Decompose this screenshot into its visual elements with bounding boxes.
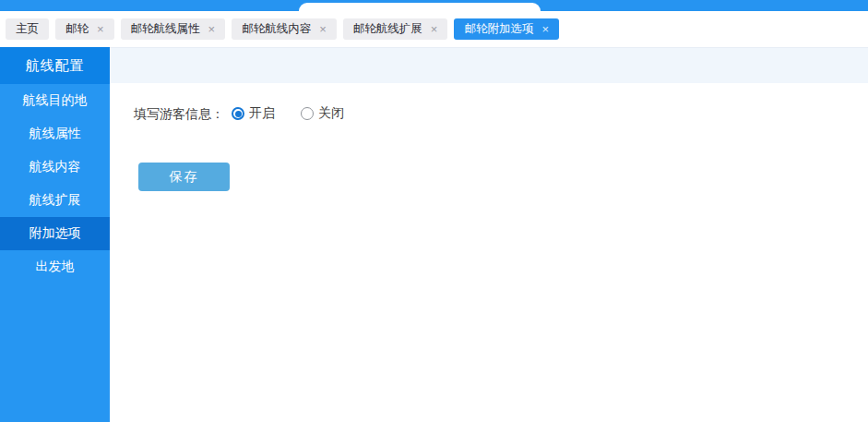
sidebar: 航线配置 航线目的地航线属性航线内容航线扩展附加选项出发地 bbox=[0, 47, 110, 422]
tab-label: 邮轮航线扩展 bbox=[353, 21, 422, 37]
tab-close-icon[interactable]: × bbox=[541, 23, 549, 35]
radio-unselected-icon[interactable] bbox=[301, 107, 314, 120]
tab-close-icon[interactable]: × bbox=[319, 23, 327, 35]
guest-info-form-row: 填写游客信息： 开启关闭 bbox=[134, 105, 868, 123]
sidebar-item-4[interactable]: 航线扩展 bbox=[0, 184, 110, 217]
page-layout: 航线配置 航线目的地航线属性航线内容航线扩展附加选项出发地 填写游客信息： 开启… bbox=[0, 47, 868, 422]
radio-option-2[interactable]: 关闭 bbox=[301, 105, 344, 122]
sidebar-items: 航线目的地航线属性航线内容航线扩展附加选项出发地 bbox=[0, 84, 110, 283]
tab-close-icon[interactable]: × bbox=[208, 23, 216, 35]
radio-option-1-selected[interactable]: 开启 bbox=[232, 105, 275, 122]
radio-label: 开启 bbox=[249, 105, 275, 122]
save-button[interactable]: 保存 bbox=[138, 163, 230, 191]
sidebar-item-3[interactable]: 航线内容 bbox=[0, 151, 110, 184]
top-bar bbox=[0, 0, 868, 11]
sidebar-item-6[interactable]: 出发地 bbox=[0, 250, 110, 283]
tab-5[interactable]: 邮轮航线扩展× bbox=[343, 18, 448, 40]
content: 填写游客信息： 开启关闭 保存 bbox=[110, 83, 868, 422]
sidebar-item-2[interactable]: 航线属性 bbox=[0, 117, 110, 151]
radio-label: 关闭 bbox=[318, 105, 344, 122]
tab-label: 邮轮航线内容 bbox=[242, 21, 311, 37]
top-bar-pill bbox=[299, 3, 541, 11]
guest-info-label: 填写游客信息： bbox=[134, 106, 224, 123]
tab-label: 主页 bbox=[16, 21, 39, 37]
tab-2[interactable]: 邮轮× bbox=[55, 18, 114, 40]
tab-close-icon[interactable]: × bbox=[97, 23, 104, 35]
sidebar-header: 航线配置 bbox=[0, 47, 110, 84]
guest-info-radio-group: 开启关闭 bbox=[232, 105, 370, 123]
tab-label: 邮轮航线属性 bbox=[131, 21, 200, 37]
tab-4[interactable]: 邮轮航线内容× bbox=[232, 18, 337, 40]
tab-1[interactable]: 主页 bbox=[6, 18, 49, 40]
sidebar-item-1[interactable]: 航线目的地 bbox=[0, 84, 110, 117]
sidebar-item-5-active[interactable]: 附加选项 bbox=[0, 217, 110, 250]
content-header-strip bbox=[110, 47, 868, 83]
tab-bar: 主页邮轮×邮轮航线属性×邮轮航线内容×邮轮航线扩展×邮轮附加选项× bbox=[0, 11, 868, 47]
tab-close-icon[interactable]: × bbox=[431, 23, 438, 35]
main-area: 填写游客信息： 开启关闭 保存 bbox=[110, 47, 868, 422]
radio-selected-icon[interactable] bbox=[232, 107, 244, 120]
tab-label: 邮轮 bbox=[65, 21, 89, 37]
tab-3[interactable]: 邮轮航线属性× bbox=[121, 18, 226, 40]
tab-label: 邮轮附加选项 bbox=[464, 21, 533, 37]
tab-6-active[interactable]: 邮轮附加选项× bbox=[454, 18, 559, 40]
